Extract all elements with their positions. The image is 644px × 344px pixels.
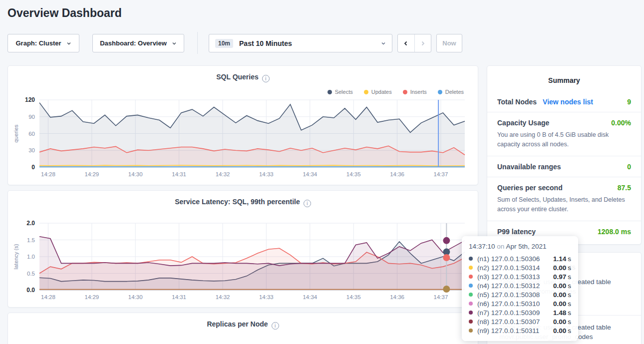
node-latency-unit: s [568, 264, 571, 272]
tooltip-rows: (n1) 127.0.0.1:503061.14s(n2) 127.0.0.1:… [469, 254, 571, 335]
svg-text:14:32: 14:32 [216, 171, 230, 177]
tooltip-row: (n3) 127.0.0.1:503130.97s [469, 272, 571, 281]
info-icon[interactable]: i [262, 75, 270, 82]
chevron-left-icon [403, 41, 408, 46]
tooltip-row: (n4) 127.0.0.1:503120.00s [469, 281, 571, 290]
summary-row: Unavailable ranges0 [487, 156, 641, 177]
node-latency-unit: s [568, 318, 571, 326]
chart-title-text: Service Latency: SQL, 99th percentile [175, 198, 300, 206]
summary-row: Total NodesView nodes list9 [487, 91, 641, 112]
service-latency-card: Service Latency: SQL, 99th percentilei 1… [7, 190, 478, 308]
node-address: (n6) 127.0.0.1:50310 [477, 300, 553, 308]
legend-dot-icon [327, 90, 332, 94]
series-dot-icon [469, 302, 473, 306]
node-latency-unit: s [568, 282, 571, 290]
node-address: (n8) 127.0.0.1:50307 [477, 318, 553, 326]
summary-label: Total Nodes [497, 98, 537, 106]
dashboard-dropdown[interactable]: Dashboard: Overview [92, 34, 184, 52]
svg-text:14:34: 14:34 [303, 171, 317, 177]
service-latency-chart[interactable]: 14:2814:2914:3014:3114:3214:3314:3414:35… [8, 216, 479, 306]
node-latency-unit: s [568, 273, 571, 281]
summary-value: 87.5 [618, 184, 631, 192]
legend-label: Updates [371, 89, 392, 95]
svg-text:30: 30 [28, 147, 35, 153]
node-latency-unit: s [568, 300, 571, 308]
summary-value: 0 [627, 163, 631, 171]
series-dot-icon [469, 293, 473, 297]
legend-label: Selects [335, 89, 353, 95]
toolbar-divider [197, 32, 198, 54]
svg-text:14:30: 14:30 [128, 171, 143, 177]
legend-item[interactable]: Updates [364, 89, 392, 95]
chart-title-text: SQL Queries [216, 73, 259, 81]
node-latency-value: 0.00 [553, 282, 566, 290]
legend-item[interactable]: Selects [327, 89, 353, 95]
page-title: Overview Dashboard [7, 6, 122, 20]
sql-queries-legend: SelectsUpdatesInsertsDeletes [327, 89, 464, 95]
node-latency-value: 1.14 [553, 255, 566, 263]
summary-label: P99 latency [497, 228, 536, 236]
time-range-dropdown[interactable]: 10m Past 10 Minutes [209, 34, 392, 52]
chart-title-text: Replicas per Node [207, 320, 268, 328]
svg-text:14:29: 14:29 [84, 171, 99, 177]
tooltip-timestamp: 14:37:10 on Apr 5th, 2021 [469, 243, 571, 250]
svg-text:14:34: 14:34 [303, 294, 317, 300]
tooltip-row: (n6) 127.0.0.1:503100.00s [469, 299, 571, 308]
chevron-right-icon [420, 41, 425, 46]
svg-text:14:31: 14:31 [172, 294, 186, 300]
graph-dropdown[interactable]: Graph: Cluster [7, 34, 79, 52]
svg-text:14:35: 14:35 [346, 294, 361, 300]
svg-text:0.0: 0.0 [26, 287, 35, 294]
legend-dot-icon [364, 90, 368, 94]
chevron-down-icon [66, 41, 71, 46]
summary-label: Queries per second [497, 184, 563, 192]
node-latency-unit: s [568, 291, 571, 299]
svg-text:14:32: 14:32 [216, 294, 230, 300]
node-latency-value: 0.00 [553, 318, 566, 326]
node-address: (n4) 127.0.0.1:50312 [477, 282, 553, 290]
summary-label: Unavailable ranges [497, 163, 561, 171]
svg-text:0.5: 0.5 [27, 271, 35, 277]
time-prev-button[interactable] [398, 34, 414, 52]
legend-item[interactable]: Deletes [438, 89, 464, 95]
node-latency-unit: s [568, 309, 571, 317]
view-nodes-list-link[interactable]: View nodes list [543, 98, 593, 106]
dashboard-dropdown-label: Dashboard: Overview [100, 39, 167, 47]
series-dot-icon [469, 320, 473, 324]
time-next-button[interactable] [414, 34, 431, 52]
summary-rows: Total NodesView nodes list9Capacity Usag… [487, 91, 641, 242]
service-latency-title: Service Latency: SQL, 99th percentilei [8, 198, 478, 207]
info-icon[interactable]: i [272, 322, 279, 330]
node-address: (n7) 127.0.0.1:50309 [477, 309, 553, 317]
now-button[interactable]: Now [436, 34, 462, 52]
svg-text:14:36: 14:36 [390, 171, 404, 177]
summary-value: 9 [627, 98, 631, 106]
svg-text:14:37: 14:37 [434, 171, 448, 177]
series-dot-icon [469, 266, 473, 270]
svg-text:14:35: 14:35 [346, 171, 361, 177]
svg-text:14:28: 14:28 [41, 294, 55, 300]
summary-panel: Summary Total NodesView nodes list9Capac… [487, 65, 642, 245]
time-range-label: Past 10 Minutes [239, 39, 375, 47]
summary-row: Queries per second87.5Sum of Selects, Up… [487, 177, 641, 221]
summary-value: 0.00% [611, 119, 631, 127]
summary-description: You are using 0 B of 4.5 GiB usable disk… [497, 130, 631, 150]
series-dot-icon [469, 284, 473, 288]
tooltip-row: (n5) 127.0.0.1:503080.00s [469, 290, 571, 299]
sql-queries-title: SQL Queriesi [8, 73, 478, 82]
replicas-per-node-card: Replicas per Nodei [7, 313, 478, 344]
legend-dot-icon [403, 90, 407, 94]
node-latency-unit: s [568, 255, 571, 263]
legend-item[interactable]: Inserts [403, 89, 427, 95]
replicas-per-node-title: Replicas per Nodei [8, 320, 478, 330]
svg-text:0: 0 [31, 164, 35, 171]
info-icon[interactable]: i [304, 200, 311, 207]
node-latency-unit: s [568, 327, 571, 335]
tooltip-row: (n1) 127.0.0.1:503061.14s [469, 254, 571, 263]
series-dot-icon [469, 329, 473, 333]
series-dot-icon [469, 275, 473, 279]
chevron-down-icon [172, 41, 177, 46]
time-range-badge: 10m [215, 39, 233, 48]
node-latency-value: 0.00 [553, 300, 566, 308]
sql-queries-chart[interactable]: 14:2814:2914:3014:3114:3214:3314:3414:35… [8, 96, 479, 183]
